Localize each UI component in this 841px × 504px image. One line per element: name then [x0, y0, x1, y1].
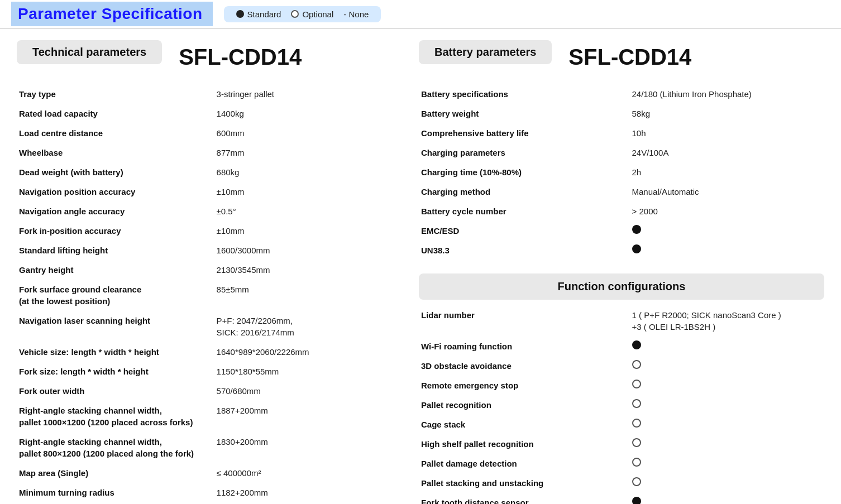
param-value: 680kg — [214, 162, 396, 182]
battery-section: Battery parameters SFL-CDD14 Battery spe… — [419, 40, 824, 260]
param-label: Right-angle stacking channel width,palle… — [17, 432, 214, 463]
table-row: Fork size: length * width * height 1150*… — [17, 362, 396, 381]
table-row: Battery cycle number > 2000 — [419, 201, 824, 221]
param-label: Dead weight (with battery) — [17, 162, 214, 182]
tech-section-title-row: Technical parameters SFL-CDD14 — [17, 40, 396, 74]
param-value: 1600/3000mm — [214, 241, 396, 260]
param-label: Wi-Fi roaming function — [419, 337, 630, 356]
param-label: UN38.3 — [419, 241, 630, 260]
table-row: Rated load capacity 1400kg — [17, 104, 396, 123]
param-value: 24/180 (Lithium Iron Phosphate) — [630, 84, 824, 104]
param-label: Charging time (10%-80%) — [419, 162, 630, 182]
param-value — [630, 241, 824, 260]
param-value: 2130/3545mm — [214, 260, 396, 280]
table-row: Gantry height 2130/3545mm — [17, 260, 396, 280]
param-value: 24V/100A — [630, 143, 824, 162]
optional-label: Optional — [302, 9, 333, 19]
param-label: Remote emergency stop — [419, 376, 630, 395]
table-row: Navigation angle accuracy ±0.5° — [17, 201, 396, 221]
param-value — [630, 434, 824, 454]
function-section-header: Function configurations — [419, 273, 824, 300]
table-row: Right-angle stacking channel width,palle… — [17, 432, 396, 463]
table-row: Charging time (10%-80%) 2h — [419, 162, 824, 182]
standard-dot-icon — [236, 10, 244, 18]
table-row: Pallet recognition — [419, 395, 824, 415]
param-value: ≤ 400000m² — [214, 463, 396, 483]
param-label: Wheelbase — [17, 143, 214, 162]
technical-parameters-section: Technical parameters SFL-CDD14 Tray type… — [17, 40, 396, 504]
table-row: Fork outer width 570/680mm — [17, 381, 396, 401]
param-value: ±10mm — [214, 182, 396, 201]
param-value: 2h — [630, 162, 824, 182]
function-section: Function configurations Lidar number 1 (… — [419, 273, 824, 504]
table-row: High shelf pallet recognition — [419, 434, 824, 454]
param-label: Lidar number — [419, 305, 630, 337]
none-label: - None — [343, 9, 369, 19]
table-row: Map area (Single) ≤ 400000m² — [17, 463, 396, 483]
table-row: Navigation position accuracy ±10mm — [17, 182, 396, 201]
param-label: Fork size: length * width * height — [17, 362, 214, 381]
param-value: 58kg — [630, 104, 824, 123]
table-row: 3D obstacle avoidance — [419, 356, 824, 376]
table-row: Charging method Manual/Automatic — [419, 182, 824, 201]
param-value — [630, 415, 824, 434]
param-value — [630, 454, 824, 473]
empty-dot-icon — [632, 458, 641, 467]
param-label: High shelf pallet recognition — [419, 434, 630, 454]
function-params-table: Lidar number 1 ( P+F R2000; SICK nanoSca… — [419, 305, 824, 504]
param-value: 1830+200mm — [214, 432, 396, 463]
empty-dot-icon — [632, 419, 641, 428]
empty-dot-icon — [632, 360, 641, 369]
param-value: Manual/Automatic — [630, 182, 824, 201]
table-row: Fork tooth distance sensor — [419, 493, 824, 504]
table-row: Cage stack — [419, 415, 824, 434]
table-row: Vehicle size: length * width * height 16… — [17, 342, 396, 362]
table-row: Dead weight (with battery) 680kg — [17, 162, 396, 182]
table-row: Navigation laser scanning height P+F: 20… — [17, 311, 396, 342]
empty-dot-icon — [632, 399, 641, 408]
battery-section-title-row: Battery parameters SFL-CDD14 — [419, 40, 824, 74]
table-row: Tray type 3-stringer pallet — [17, 84, 396, 104]
param-value: P+F: 2047/2206mm,SICK: 2016/2174mm — [214, 311, 396, 342]
param-label: Tray type — [17, 84, 214, 104]
param-label: Fork in-position accuracy — [17, 221, 214, 241]
param-value — [630, 473, 824, 493]
table-row: Remote emergency stop — [419, 376, 824, 395]
param-label: Pallet recognition — [419, 395, 630, 415]
header: Parameter Specification Standard Optiona… — [0, 0, 841, 29]
param-value: 1640*989*2060/2226mm — [214, 342, 396, 362]
table-row: Wi-Fi roaming function — [419, 337, 824, 356]
tech-params-table: Tray type 3-stringer pallet Rated load c… — [17, 84, 396, 502]
tech-model-name: SFL-CDD14 — [179, 45, 302, 70]
param-value: 3-stringer pallet — [214, 84, 396, 104]
table-row: Minimum turning radius 1182+200mm — [17, 483, 396, 502]
param-value: > 2000 — [630, 201, 824, 221]
param-value — [630, 221, 824, 241]
param-label: Navigation position accuracy — [17, 182, 214, 201]
optional-dot-icon — [291, 10, 299, 18]
param-label: Navigation angle accuracy — [17, 201, 214, 221]
param-value: ±10mm — [214, 221, 396, 241]
param-label: Standard lifting height — [17, 241, 214, 260]
param-value: 1150*180*55mm — [214, 362, 396, 381]
param-label: Map area (Single) — [17, 463, 214, 483]
table-row: Pallet stacking and unstacking — [419, 473, 824, 493]
param-value: 600mm — [214, 123, 396, 143]
standard-label: Standard — [247, 9, 281, 19]
param-value: 570/680mm — [214, 381, 396, 401]
empty-dot-icon — [632, 380, 641, 388]
empty-dot-icon — [632, 438, 641, 447]
right-column: Battery parameters SFL-CDD14 Battery spe… — [419, 40, 824, 504]
param-value: 1182+200mm — [214, 483, 396, 502]
param-value — [630, 376, 824, 395]
param-value: 877mm — [214, 143, 396, 162]
param-label: Fork surface ground clearance(at the low… — [17, 280, 214, 311]
param-value: 10h — [630, 123, 824, 143]
tech-section-header: Technical parameters — [17, 40, 162, 64]
param-value: 1 ( P+F R2000; SICK nanoScan3 Core )+3 (… — [630, 305, 824, 337]
battery-section-header: Battery parameters — [419, 40, 552, 64]
param-label: Pallet stacking and unstacking — [419, 473, 630, 493]
param-label: Vehicle size: length * width * height — [17, 342, 214, 362]
filled-dot-icon — [632, 497, 641, 504]
param-label: Gantry height — [17, 260, 214, 280]
